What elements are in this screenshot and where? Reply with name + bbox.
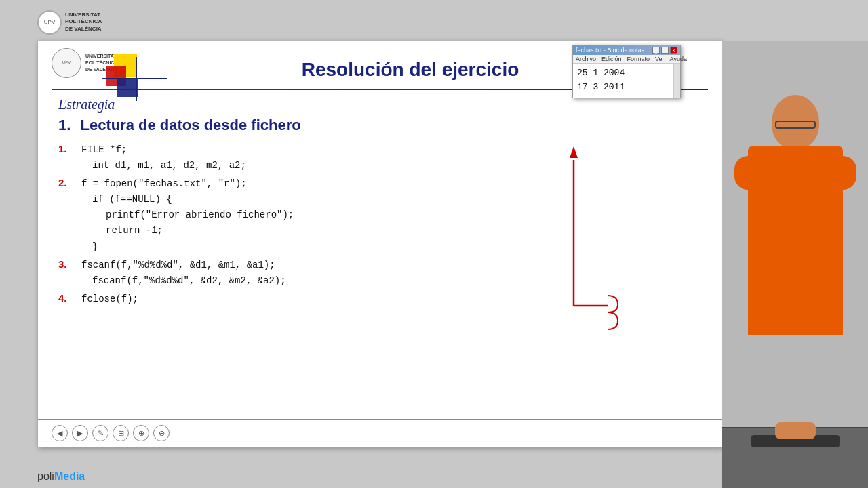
step-4-line-1: fclose(f); (81, 291, 138, 307)
notepad-window-buttons: _ □ × (652, 47, 677, 54)
notepad-line-1: 25 1 2004 (577, 66, 676, 81)
step-2-line-1: f = fopen("fechas.txt", "r"); (81, 176, 247, 192)
poli-text: poli (37, 470, 54, 482)
step-2-line-2: if (f==NULL) { (58, 192, 701, 207)
step-2-if: if (f==NULL) { (92, 192, 172, 207)
university-name: UNIVERSITAT POLITÈCNICA DE VALÈNCIA (65, 12, 102, 33)
step-3-line-2: fscanf(f,"%d%d%d", &d2, &m2, &a2); (58, 273, 701, 289)
step-2-printf-text: printf("Error abriendo fichero"); (106, 207, 294, 223)
step-2-return-text: return -1; (106, 223, 163, 239)
slide-body: Estrategia 1. Lectura de datos desde fic… (38, 97, 722, 307)
notepad-window: fechas.txt - Bloc de notas _ □ × Archivo… (572, 45, 681, 98)
lectura-num: 1. (58, 117, 71, 134)
lectura-text: Lectura de datos desde fichero (80, 117, 300, 134)
notepad-titlebar: fechas.txt - Bloc de notas _ □ × (573, 45, 680, 55)
upv-emblem-slide: UPV (52, 48, 81, 78)
step-1-line-1: FILE *f; (81, 142, 127, 158)
notepad-close-btn[interactable]: × (670, 47, 677, 54)
edit-button[interactable]: ✎ (92, 425, 108, 441)
presenter-area: RH (722, 41, 868, 488)
step-3-line-1: fscanf(f,"%d%d%d", &d1, &m1, &a1); (81, 258, 275, 273)
zoom-out-button[interactable]: ⊖ (153, 425, 170, 441)
step-2-printf: printf("Error abriendo fichero"); (58, 207, 701, 223)
notepad-menu-formato[interactable]: Formato (627, 56, 650, 62)
notepad-content: 25 1 2004 17 3 2011 (573, 64, 680, 98)
step-4-num: 4. (58, 290, 79, 307)
lectura-heading: 1. Lectura de datos desde fichero (58, 117, 701, 134)
step-3-num: 3. (58, 256, 79, 273)
slide-container: UPV UNIVERSITAT POLITÈCNICA DE VALÈNCIA … (37, 41, 722, 447)
step-1-num: 1. (58, 141, 79, 158)
notepad-line-2: 17 3 2011 (577, 81, 676, 95)
prev-button[interactable]: ◀ (52, 425, 68, 441)
next-button[interactable]: ▶ (72, 425, 88, 441)
notepad-menu-archivo[interactable]: Archivo (576, 56, 596, 62)
grid-button[interactable]: ⊞ (113, 425, 129, 441)
notepad-menu-ver[interactable]: Ver (655, 56, 665, 62)
notepad-minimize-btn[interactable]: _ (652, 47, 660, 54)
notepad-menu-edicion[interactable]: Edición (601, 56, 622, 62)
notepad-menu: Archivo Edición Formato Ver Ayuda (573, 55, 680, 64)
code-step-3-header: 3. fscanf(f,"%d%d%d", &d1, &m1, &a1); (58, 256, 701, 273)
step-3-line-2-text: fscanf(f,"%d%d%d", &d2, &m2, &a2); (92, 273, 286, 289)
step-2-brace: } (58, 239, 701, 255)
code-section: 1. FILE *f; int d1, m1, a1, d2, m2, a2; … (58, 141, 701, 307)
code-step-1-header: 1. FILE *f; (58, 141, 701, 158)
logo-area: UPV UNIVERSITAT POLITÈCNICA DE VALÈNCIA (37, 7, 146, 37)
step-1-line-2: int d1, m1, a1, d2, m2, a2; (58, 158, 701, 174)
upv-emblem-small: UPV (37, 10, 62, 35)
media-text: Media (54, 470, 85, 482)
polimedia-label: poliMedia (37, 470, 85, 483)
notepad-scrollbar[interactable] (673, 64, 680, 98)
code-step-2-header: 2. f = fopen("fechas.txt", "r"); (58, 175, 701, 192)
estrategia-label: Estrategia (58, 97, 701, 113)
slide-controls: ◀ ▶ ✎ ⊞ ⊕ ⊖ (52, 425, 170, 441)
step-1-line-2-text: int d1, m1, a1, d2, m2, a2; (92, 158, 246, 174)
bottom-divider (38, 419, 722, 420)
notepad-menu-ayuda[interactable]: Ayuda (670, 56, 687, 62)
notepad-title: fechas.txt - Bloc de notas (576, 47, 644, 54)
zoom-in-button[interactable]: ⊕ (133, 425, 149, 441)
step-2-close-brace: } (92, 239, 98, 255)
step-2-num: 2. (58, 175, 79, 192)
notepad-maximize-btn[interactable]: □ (661, 47, 669, 54)
step-2-return: return -1; (58, 223, 701, 239)
code-step-4-header: 4. fclose(f); (58, 290, 701, 307)
